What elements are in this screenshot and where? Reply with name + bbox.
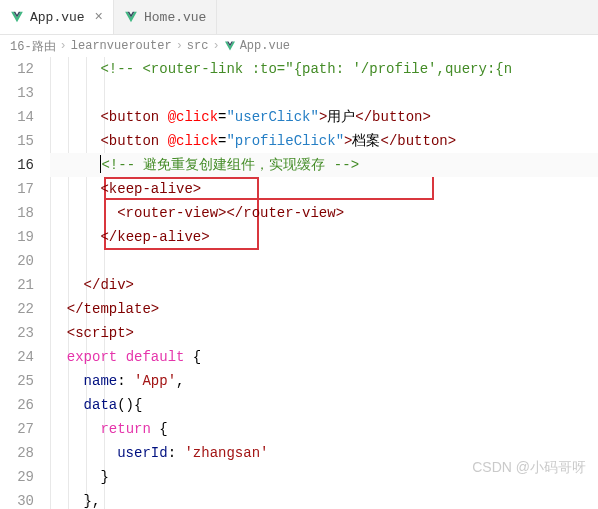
watermark: CSDN @小码哥呀 [472,459,586,477]
code-line [50,249,598,273]
tab-label: Home.vue [144,10,206,25]
tab-app-vue[interactable]: App.vue × [0,0,114,34]
code-line: data(){ [50,393,598,417]
code-line: <keep-alive> [50,177,598,201]
breadcrumb-item[interactable]: 16-路由 [10,38,56,55]
code-line: </div> [50,273,598,297]
code-line: </keep-alive> [50,225,598,249]
code-area[interactable]: <!-- <router-link :to="{path: '/profile'… [50,57,598,509]
code-line: <script> [50,321,598,345]
code-line: <button @click="profileClick">档案</button… [50,129,598,153]
cursor [100,155,101,173]
breadcrumb-item[interactable]: src [187,39,209,53]
line-gutter: 12131415 16171819 20212223 24252627 2829… [0,57,50,509]
vue-icon [224,40,236,52]
vue-icon [124,10,138,24]
code-editor[interactable]: 12131415 16171819 20212223 24252627 2829… [0,57,598,509]
code-line: <!-- 避免重复创建组件，实现缓存 --> [50,153,598,177]
code-line: <!-- <router-link :to="{path: '/profile'… [50,57,598,81]
tab-bar: App.vue × Home.vue [0,0,598,35]
breadcrumb: 16-路由 › learnvuerouter › src › App.vue [0,35,598,57]
code-line: <button @click="userClick">用户</button> [50,105,598,129]
code-line: <router-view></router-view> [50,201,598,225]
close-icon[interactable]: × [95,9,103,25]
code-line: return { [50,417,598,441]
vue-icon [10,10,24,24]
code-line: }, [50,489,598,509]
breadcrumb-item[interactable]: learnvuerouter [71,39,172,53]
tab-home-vue[interactable]: Home.vue [114,0,217,34]
code-line: export default { [50,345,598,369]
breadcrumb-item[interactable]: App.vue [240,39,290,53]
code-line: name: 'App', [50,369,598,393]
tab-label: App.vue [30,10,85,25]
code-line: </template> [50,297,598,321]
code-line [50,81,598,105]
